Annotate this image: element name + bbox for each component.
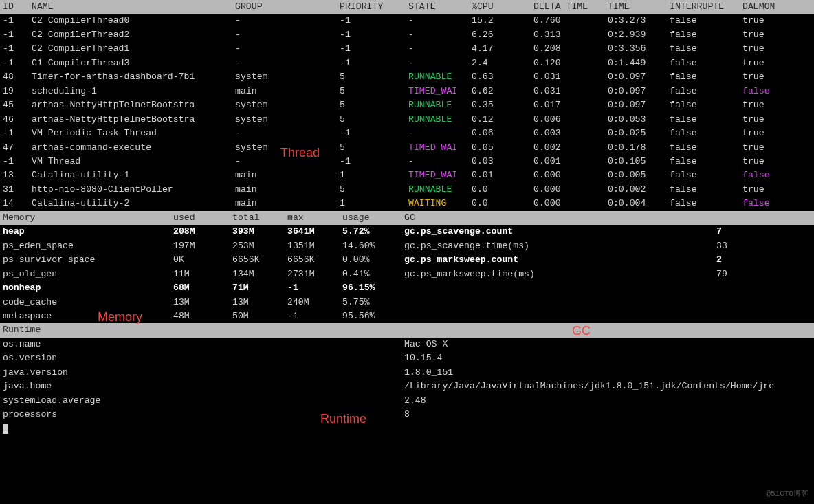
cell-priority: -1 bbox=[340, 155, 408, 168]
cell-interrupted: false bbox=[670, 127, 742, 140]
runtime-row: systemload.average2.48 bbox=[0, 394, 814, 408]
cell-time: 0:0.004 bbox=[608, 197, 670, 210]
cell-mem-name: ps_old_gen bbox=[0, 267, 173, 281]
thread-row: -1C2 CompilerThread1--1-4.170.2080:3.356… bbox=[0, 42, 814, 56]
cell-state: TIMED_WAI bbox=[408, 168, 472, 182]
cell-state: - bbox=[408, 14, 472, 28]
cell-delta: 0.760 bbox=[534, 14, 608, 28]
cell-mem-usage: 95.56% bbox=[342, 309, 402, 323]
cell-interrupted: false bbox=[670, 168, 742, 182]
cell-mem-max: -1 bbox=[287, 309, 342, 323]
cell-group: - bbox=[235, 127, 340, 140]
cell-daemon: true bbox=[742, 70, 804, 84]
cell-delta: 0.031 bbox=[534, 85, 608, 98]
cell-mem-used: 11M bbox=[173, 267, 232, 281]
cell-time: 0:3.273 bbox=[608, 14, 670, 28]
cell-interrupted: false bbox=[670, 14, 742, 28]
col-daemon: DAEMON bbox=[742, 0, 804, 14]
cell-daemon: true bbox=[742, 56, 804, 70]
cell-mem-name: heap bbox=[0, 225, 173, 239]
cell-state: - bbox=[408, 155, 472, 168]
cell-interrupted: false bbox=[670, 98, 742, 112]
memory-row: heap208M393M3641M5.72% bbox=[0, 225, 403, 239]
cell-priority: -1 bbox=[340, 56, 408, 70]
cell-priority: 5 bbox=[340, 70, 408, 84]
col-gc: GC bbox=[403, 211, 716, 225]
cell-priority: 5 bbox=[340, 113, 408, 127]
runtime-row: java.home/Library/Java/JavaVirtualMachin… bbox=[0, 380, 814, 393]
cell-gc-key: gc.ps_marksweep.time(ms) bbox=[403, 267, 716, 281]
cell-time: 0:0.105 bbox=[608, 155, 670, 168]
cell-mem-usage: 0.00% bbox=[342, 253, 402, 267]
cell-name: arthas-command-execute bbox=[32, 141, 235, 155]
cell-mem-used: 13M bbox=[173, 296, 232, 309]
col-memory: Memory bbox=[0, 211, 173, 225]
thread-row: -1C2 CompilerThread2--1-6.260.3130:2.939… bbox=[0, 28, 814, 42]
cell-time: 0:3.356 bbox=[608, 42, 670, 56]
cell-state: WAITING bbox=[408, 197, 472, 210]
thread-row: -1VM Thread--1-0.030.0010:0.105falsetrue bbox=[0, 155, 814, 168]
cell-delta: 0.002 bbox=[534, 141, 608, 155]
cell-gc-key: gc.ps_scavenge.time(ms) bbox=[403, 239, 716, 253]
cell-cpu: 0.12 bbox=[472, 113, 534, 127]
memory-row: ps_survivor_space0K6656K6656K0.00% bbox=[0, 253, 403, 267]
cell-cpu: 0.0 bbox=[472, 197, 534, 210]
cell-name: VM Periodic Task Thread bbox=[32, 127, 235, 140]
gc-row: gc.ps_marksweep.count2 bbox=[403, 253, 814, 267]
cell-cpu: 0.03 bbox=[472, 155, 534, 168]
memory-header-row: Memory used total max usage bbox=[0, 211, 403, 225]
cell-mem-usage: 96.15% bbox=[342, 281, 402, 295]
cell-group: - bbox=[235, 28, 340, 42]
cell-delta: 0.000 bbox=[534, 168, 608, 182]
cell-interrupted: false bbox=[670, 42, 742, 56]
cell-mem-total: 393M bbox=[232, 225, 287, 239]
cell-time: 0:0.178 bbox=[608, 141, 670, 155]
cell-name: scheduling-1 bbox=[32, 85, 235, 98]
cell-mem-used: 197M bbox=[173, 239, 232, 253]
col-interrupted: INTERRUPTE bbox=[670, 0, 742, 14]
cell-mem-name: metaspace bbox=[0, 309, 173, 323]
cell-rt-val: 1.8.0_151 bbox=[404, 366, 814, 380]
cell-cpu: 0.63 bbox=[472, 70, 534, 84]
col-max: max bbox=[287, 211, 342, 225]
cell-cpu: 0.0 bbox=[472, 183, 534, 197]
cell-time: 0:2.939 bbox=[608, 28, 670, 42]
col-usage: usage bbox=[342, 211, 402, 225]
cell-mem-usage: 5.72% bbox=[342, 225, 402, 239]
cell-daemon: true bbox=[742, 113, 804, 127]
cell-daemon: true bbox=[742, 14, 804, 28]
cell-daemon: false bbox=[742, 197, 804, 210]
cell-group: system bbox=[235, 70, 340, 84]
cell-id: -1 bbox=[0, 155, 32, 168]
cell-interrupted: false bbox=[670, 155, 742, 168]
cell-id: 14 bbox=[0, 197, 32, 210]
cell-priority: -1 bbox=[340, 127, 408, 140]
cell-rt-val: 8 bbox=[404, 408, 814, 421]
thread-row: 45arthas-NettyHttpTelnetBootstrasystem5R… bbox=[0, 98, 814, 112]
cell-name: C1 CompilerThread3 bbox=[32, 56, 235, 70]
cell-id: 31 bbox=[0, 183, 32, 197]
thread-row: -1C1 CompilerThread3--1-2.40.1200:1.449f… bbox=[0, 56, 814, 70]
cell-interrupted: false bbox=[670, 28, 742, 42]
cell-group: main bbox=[235, 168, 340, 182]
cell-priority: -1 bbox=[340, 14, 408, 28]
cell-mem-used: 0K bbox=[173, 253, 232, 267]
cell-group: main bbox=[235, 197, 340, 210]
cell-state: - bbox=[408, 127, 472, 140]
cell-priority: 5 bbox=[340, 98, 408, 112]
cell-delta: 0.001 bbox=[534, 155, 608, 168]
runtime-row: os.version10.15.4 bbox=[0, 351, 814, 365]
col-id: ID bbox=[0, 0, 32, 14]
cell-delta: 0.006 bbox=[534, 113, 608, 127]
cell-daemon: false bbox=[742, 85, 804, 98]
cell-state: RUNNABLE bbox=[408, 98, 472, 112]
cell-daemon: true bbox=[742, 127, 804, 140]
cell-interrupted: false bbox=[670, 70, 742, 84]
cell-mem-total: 50M bbox=[232, 309, 287, 323]
thread-row: -1C2 CompilerThread0--1-15.20.7600:3.273… bbox=[0, 14, 814, 28]
col-cpu: %CPU bbox=[472, 0, 534, 14]
cell-interrupted: false bbox=[670, 85, 742, 98]
watermark: @51CTO博客 bbox=[766, 488, 808, 500]
cell-cpu: 0.01 bbox=[472, 168, 534, 182]
cell-cpu: 4.17 bbox=[472, 42, 534, 56]
